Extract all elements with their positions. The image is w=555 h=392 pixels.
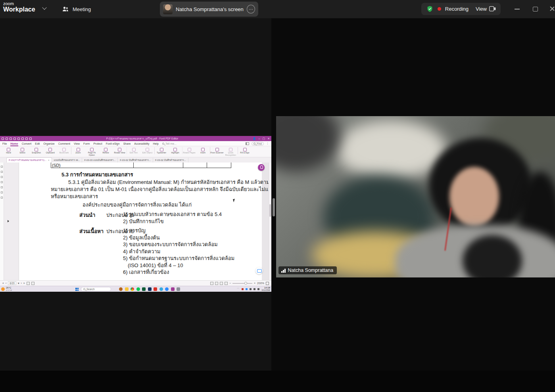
menu-organize[interactable]: Organize [43,142,54,145]
tool-clipboard[interactable]: Clipboard [43,147,57,154]
pdf-navigation-panel-strip[interactable] [0,163,4,280]
taskbar-clock[interactable]: 14:08 3/11/2568 [261,287,270,291]
tool-fill-sign[interactable]: Fill & Sign [238,147,252,154]
tool-rotate-pages[interactable]: Rotate Pages [182,147,196,154]
email-icon[interactable] [17,138,20,140]
doc-tab-5[interactable]: F-03-02 บันทึกคำขอเอกสาร... [153,158,188,163]
tray-volume-icon[interactable] [257,288,259,290]
pdf-account-icon[interactable]: 👤 [253,137,256,140]
tool-page-fit[interactable]: Page Fit Option [85,147,99,157]
zoom-slider-thumb[interactable] [244,282,247,285]
menu-form[interactable]: Form [83,142,90,145]
pane-resize-handle[interactable] [273,198,275,216]
windows-start-button[interactable] [75,288,79,291]
taskbar-search[interactable]: Search [81,287,111,291]
tab-options-button[interactable]: ⋯ [247,5,255,13]
floating-chat-icon[interactable] [255,267,263,274]
view-button[interactable]: View [476,6,496,12]
tray-mic-icon[interactable] [250,288,252,290]
tab-meeting[interactable]: Meeting [61,3,91,15]
tool-zoom[interactable]: Zoom [71,147,85,154]
file-explorer-icon[interactable] [125,287,129,291]
menu-comment[interactable]: Comment [58,142,70,145]
tray-network-icon[interactable] [253,288,255,290]
menu-home[interactable]: Home [10,142,18,145]
tool-highlight[interactable]: Highlight [168,147,182,154]
print-icon[interactable] [13,138,16,140]
menu-share[interactable]: Share [123,142,131,145]
tab-screen-share[interactable]: Natcha Somprattana's screen ⋯ [160,2,258,17]
next-page-button[interactable]: › [21,282,21,285]
tool-snapshot[interactable]: SnapShot [29,147,43,154]
tool-quick-recognition[interactable]: Quick Recognition [224,147,238,157]
zoom-slider[interactable] [232,283,252,284]
document-scrollbar[interactable] [269,163,271,280]
zoom-level[interactable]: 200% [257,282,264,285]
ai-assistant-bulb-icon[interactable] [258,164,265,171]
tool-select[interactable]: Select [15,147,29,154]
page-dropdown-icon[interactable]: ▾ [18,282,19,285]
tool-edit-object[interactable]: Edit Object [140,147,154,154]
undo-icon[interactable] [21,138,24,140]
tool-insert[interactable]: Insert [196,147,210,154]
line-app-icon[interactable] [136,287,140,291]
snapshot-page-icon[interactable] [27,282,30,285]
tray-icon-1[interactable] [242,288,244,290]
doc-tab-3[interactable]: F-03-03 แบบบันทึกขอเอกสา... [82,158,118,163]
prev-page-button[interactable]: ‹ [6,282,6,285]
tool-from-scanner[interactable]: From Scanner [210,147,224,154]
pdf-minimize-button[interactable]: – [259,137,260,140]
continuous-facing-view-icon[interactable] [225,282,228,285]
page-number-box[interactable]: 6/20 [8,281,16,285]
window-minimize-button[interactable] [514,6,520,12]
mail-app-icon[interactable] [154,287,157,291]
tool-reflow[interactable]: Reflow [99,147,113,154]
tell-me-search[interactable]: Tell me... [162,142,177,145]
zoom-app-icon[interactable] [165,287,169,291]
menu-view[interactable]: View [74,142,80,145]
first-page-button[interactable]: « [2,282,4,285]
menu-file[interactable]: File [2,142,7,145]
zoom-out-button[interactable]: − [229,282,231,285]
security-shield-icon[interactable] [426,5,434,13]
tray-icon-2[interactable] [246,288,248,290]
continuous-view-icon[interactable] [215,282,218,285]
save-icon[interactable] [10,138,12,140]
notes-app-icon[interactable] [177,287,180,291]
panel-toggle-icon[interactable] [246,142,249,145]
hand-tool-icon[interactable] [2,138,4,140]
taskbar-weather-widget[interactable]: 26°C อากาศ [1,287,12,291]
tool-edit-text[interactable]: Edit Text [127,147,140,154]
facing-view-icon[interactable] [220,282,223,285]
panel-collapse-arrow-icon[interactable] [8,220,9,222]
tool-hand[interactable]: Hand [2,147,15,154]
window-close-button[interactable] [549,6,555,12]
close-tab-icon[interactable]: × [48,159,50,161]
more-menu-icon[interactable]: ⋮ [266,142,269,145]
menu-accessibility[interactable]: Accessibility [134,142,149,145]
menu-convert[interactable]: Convert [22,142,32,145]
single-page-view-icon[interactable] [210,282,213,285]
redo-icon[interactable] [25,138,28,140]
open-icon[interactable] [6,138,8,140]
excel-icon[interactable] [142,287,146,291]
chrome-icon[interactable] [131,287,134,291]
last-page-button[interactable]: » [23,282,25,285]
tool-bookmark[interactable]: Bookmark [57,147,71,154]
teams-icon[interactable] [159,287,163,291]
menu-help[interactable]: Help [153,142,158,145]
menu-edit[interactable]: Edit [35,142,40,145]
fullscreen-icon[interactable] [266,282,269,285]
chevron-down-icon[interactable] [42,5,46,10]
menu-foxit-esign[interactable]: Foxit eSign [106,142,120,145]
zoom-in-button[interactable]: + [254,282,255,285]
window-maximize-button[interactable] [532,6,538,12]
participant-video[interactable]: Natcha Somprattana [276,116,555,277]
menu-protect[interactable]: Protect [93,142,102,145]
foxit-app-icon[interactable] [171,287,175,291]
doc-tab-4[interactable]: F-03-02 บันทึกคำขอเอกสาร... [118,158,153,163]
pdf-close-button[interactable]: ✕ [267,137,270,140]
contacts-app-icon[interactable] [119,287,123,291]
tool-typewriter[interactable]: Typewriter [154,147,168,154]
doc-tab-active[interactable]: P-03(การกำหนดหมายเลขเอกสาร)...× [6,157,52,163]
